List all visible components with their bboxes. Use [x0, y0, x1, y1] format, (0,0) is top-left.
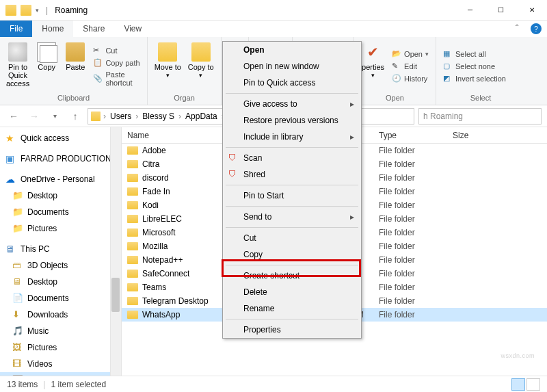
open-button[interactable]: 📂Open▾	[390, 49, 430, 60]
nav-forward-button[interactable]: →	[26, 108, 42, 125]
ctx-restore-previous-versions[interactable]: Restore previous versions	[223, 112, 361, 129]
sidebar-onedrive-pictures[interactable]: 📁Pictures	[0, 220, 121, 237]
paste-shortcut-button[interactable]: 📎Paste shortcut	[92, 70, 142, 88]
invert-selection-button[interactable]: ◩Invert selection	[442, 73, 507, 84]
maximize-button[interactable]: ☐	[485, 0, 516, 21]
downloads-icon: ⬇	[12, 309, 23, 320]
paste-button[interactable]: Paste	[63, 40, 88, 92]
folder-icon	[21, 5, 31, 16]
sidebar-desktop[interactable]: 🖥Desktop	[0, 274, 121, 290]
chevron-right-icon: ▸	[350, 99, 354, 109]
ctx-send-to[interactable]: Send to▸	[223, 209, 361, 225]
col-type[interactable]: Type	[373, 131, 447, 140]
file-type: File folder	[373, 269, 447, 278]
collapse-ribbon-icon[interactable]: ⌃	[514, 23, 520, 31]
pictures-icon: 🖼	[12, 342, 23, 353]
sidebar-videos[interactable]: 🎞Videos	[0, 356, 121, 372]
edit-button[interactable]: ✎Edit	[390, 61, 430, 72]
file-name: Fade In	[142, 187, 170, 196]
copy-to-button[interactable]: Copy to▾	[187, 40, 216, 92]
ctx-shred[interactable]: ⛉Shred	[223, 166, 361, 183]
qat-dropdown-icon[interactable]: ▾	[36, 7, 39, 14]
tab-view[interactable]: View	[114, 21, 151, 37]
view-details-button[interactable]	[511, 378, 525, 391]
shield-icon: ⛉	[227, 153, 238, 164]
file-type: File folder	[373, 255, 447, 265]
sidebar-onedrive-desktop[interactable]: 📁Desktop	[0, 187, 121, 204]
sidebar-onedrive-documents[interactable]: 📁Documents	[0, 204, 121, 220]
building-icon: ▣	[5, 153, 16, 164]
folder-icon	[127, 160, 138, 168]
window-title: Roaming	[55, 5, 88, 15]
ctx-open-new-window[interactable]: Open in new window	[223, 58, 361, 75]
copy-path-button[interactable]: 📋Copy path	[92, 57, 142, 68]
file-type: File folder	[373, 214, 447, 224]
ctx-give-access-to[interactable]: Give access to▸	[223, 96, 361, 112]
pin-to-quick-access-button[interactable]: Pin to Quick access	[5, 40, 30, 92]
checkmark-icon: ✔	[364, 42, 383, 62]
ribbon-group-organize-label: Organ	[153, 92, 215, 103]
minimize-button[interactable]: ─	[455, 0, 485, 21]
file-type: File folder	[373, 187, 447, 196]
navigation-pane[interactable]: ★Quick access ▣FARRAD PRODUCTION ☁OneDri…	[0, 127, 122, 376]
file-name: Kodi	[142, 200, 159, 210]
sidebar-quick-access[interactable]: ★Quick access	[0, 130, 121, 146]
crumb-user[interactable]: Blessy S	[141, 112, 176, 121]
ctx-cut[interactable]: Cut	[223, 230, 361, 246]
ctx-pin-quick-access[interactable]: Pin to Quick access	[223, 75, 361, 91]
folder-icon	[127, 228, 138, 237]
file-type: File folder	[373, 241, 447, 251]
nav-recent-button[interactable]: ▾	[46, 108, 63, 125]
select-all-icon: ▦	[443, 49, 453, 59]
sidebar-farrad-production[interactable]: ▣FARRAD PRODUCTION	[0, 151, 121, 167]
crumb-appdata[interactable]: AppData	[184, 112, 219, 121]
ctx-copy[interactable]: Copy	[223, 246, 361, 263]
properties-button[interactable]: ✔ perties▾	[360, 40, 386, 92]
sidebar-downloads[interactable]: ⬇Downloads	[0, 306, 121, 323]
history-icon: 🕘	[392, 74, 401, 83]
sidebar-this-pc[interactable]: 🖥This PC	[0, 241, 121, 257]
select-all-button[interactable]: ▦Select all	[442, 49, 507, 60]
ctx-properties[interactable]: Properties	[223, 322, 361, 338]
folder-icon	[127, 146, 138, 155]
paste-shortcut-icon: 📎	[93, 74, 103, 83]
search-input[interactable]: h Roaming	[418, 108, 542, 125]
pin-icon	[8, 42, 27, 62]
history-button[interactable]: 🕘History	[390, 73, 430, 84]
file-name: Citra	[142, 159, 159, 169]
cloud-icon: ☁	[5, 174, 16, 185]
select-none-button[interactable]: ▢Select none	[442, 61, 507, 72]
view-large-icons-button[interactable]	[526, 378, 540, 391]
nav-up-button[interactable]: ↑	[67, 108, 83, 125]
tab-home[interactable]: Home	[32, 21, 73, 37]
col-size[interactable]: Size	[447, 131, 495, 140]
ctx-scan[interactable]: ⛉Scan	[223, 150, 361, 166]
sidebar-pictures[interactable]: 🖼Pictures	[0, 339, 121, 356]
ctx-rename[interactable]: Rename	[223, 300, 361, 317]
sidebar-scrollbar[interactable]	[110, 127, 121, 376]
file-type: File folder	[373, 159, 447, 169]
close-button[interactable]: ✕	[516, 0, 547, 21]
file-type: File folder	[373, 173, 447, 183]
nav-back-button[interactable]: ←	[5, 108, 22, 125]
tab-file[interactable]: File	[0, 21, 32, 37]
ctx-open[interactable]: Open	[223, 42, 361, 58]
ctx-include-in-library[interactable]: Include in library▸	[223, 129, 361, 145]
ctx-delete[interactable]: Delete	[223, 284, 361, 300]
sidebar-3d-objects[interactable]: 🗃3D Objects	[0, 257, 121, 274]
address-folder-icon	[91, 112, 101, 121]
cut-button[interactable]: ✂Cut	[92, 45, 142, 56]
crumb-users[interactable]: Users	[109, 112, 133, 121]
move-to-button[interactable]: Move to▾	[153, 40, 183, 92]
folder-icon: 📁	[12, 190, 23, 201]
ctx-create-shortcut[interactable]: Create shortcut	[223, 267, 361, 284]
copy-button[interactable]: Copy	[34, 40, 59, 92]
sidebar-onedrive[interactable]: ☁OneDrive - Personal	[0, 171, 121, 187]
sidebar-music[interactable]: 🎵Music	[0, 323, 121, 339]
file-type: File folder	[373, 228, 447, 237]
help-icon[interactable]: ?	[531, 23, 542, 34]
sidebar-documents[interactable]: 📄Documents	[0, 290, 121, 306]
tab-share[interactable]: Share	[73, 21, 114, 37]
ribbon-group-select-label: Select	[442, 92, 520, 103]
ctx-pin-to-start[interactable]: Pin to Start	[223, 187, 361, 204]
